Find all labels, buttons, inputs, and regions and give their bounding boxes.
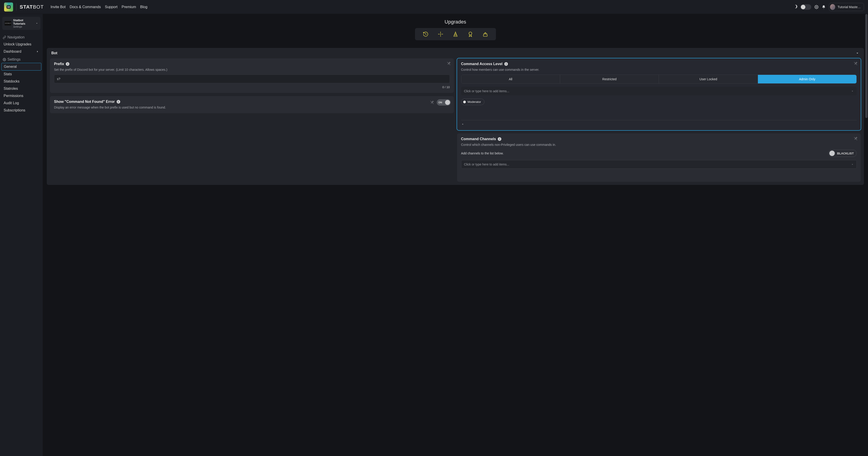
command-access-card: Command Access Level i Control how membe… (457, 58, 861, 130)
main-content: Upgrades Bot (43, 14, 868, 456)
nav-link-docs[interactable]: Docs & Commands (70, 5, 101, 9)
chevron-down-icon (851, 163, 854, 166)
theme-toggle[interactable] (800, 4, 811, 10)
logo-text: STATBOT (20, 4, 43, 10)
info-icon[interactable]: i (504, 62, 508, 66)
avatar-icon (830, 4, 835, 10)
chevron-down-icon (35, 22, 38, 25)
nav-link-invite[interactable]: Invite Bot (51, 5, 66, 9)
moon-icon (794, 5, 797, 9)
access-option-user-locked[interactable]: User Locked (659, 75, 757, 84)
award-icon[interactable] (467, 31, 473, 37)
party-hat-icon[interactable] (453, 31, 458, 37)
vertical-scrollbar[interactable] (865, 13, 868, 456)
logo-separator (16, 3, 17, 11)
svg-point-1 (4, 59, 5, 60)
prefix-title: Prefix (54, 62, 64, 66)
access-title: Command Access Level (461, 62, 502, 66)
channels-mode-toggle[interactable]: BLACKLIST (829, 150, 857, 157)
navigation-header: Navigation (7, 35, 25, 39)
access-desc: Control how members can use commands in … (461, 68, 857, 71)
server-icon: STATBOT (4, 21, 11, 26)
section-navigation: Navigation (0, 33, 43, 41)
access-option-all[interactable]: All (461, 75, 560, 84)
pin-off-icon[interactable] (854, 136, 858, 141)
nav-link-premium[interactable]: Premium (122, 5, 136, 9)
sidebar: STATBOT Statbot Tutorials Settings Navig… (0, 14, 43, 456)
mode-label: BLACKLIST (837, 152, 854, 155)
toggle-label: ON (438, 101, 442, 104)
svg-point-9 (469, 32, 472, 35)
section-settings: Settings (0, 55, 43, 63)
access-roles-combobox[interactable]: Click or type here to add items... (461, 87, 857, 95)
combo-placeholder: Click or type here to add items... (464, 89, 509, 93)
logo-mark-icon (4, 2, 13, 11)
history-icon[interactable] (423, 31, 429, 37)
cmd-not-found-toggle[interactable]: ON (437, 99, 451, 105)
role-color-dot (463, 101, 466, 103)
pin-off-icon[interactable] (430, 100, 434, 104)
nav-links: Invite Bot Docs & Commands Support Premi… (51, 5, 147, 9)
ship-icon[interactable] (483, 31, 488, 37)
user-menu[interactable]: Tutorial Master#… (829, 3, 864, 11)
chevron-down-icon (855, 51, 860, 55)
pin-off-icon[interactable] (854, 61, 858, 66)
nav-link-blog[interactable]: Blog (140, 5, 147, 9)
info-icon[interactable]: i (66, 62, 69, 66)
link-icon (3, 36, 6, 39)
crosshair-icon[interactable] (438, 31, 443, 37)
brand-logo[interactable]: STATBOT (4, 2, 43, 11)
prefix-input[interactable] (54, 74, 450, 83)
sidebar-item-general[interactable]: General (1, 63, 41, 70)
channels-combobox[interactable]: Click or type here to add items... (461, 160, 857, 169)
bot-panel-title: Bot (51, 51, 57, 55)
cmd-not-found-title: Show "Command Not Found" Error (54, 100, 115, 104)
channels-title: Command Channels (461, 137, 496, 141)
cmd-not-found-desc: Display an error message when the bot pr… (54, 105, 450, 109)
server-sub: Settings (13, 25, 34, 28)
role-chip-label: Moderator (468, 100, 481, 103)
svg-point-0 (816, 6, 817, 7)
sidebar-item-permissions[interactable]: Permissions (0, 92, 43, 99)
combo-placeholder: Click or type here to add items... (464, 162, 509, 166)
bell-icon[interactable] (822, 5, 826, 9)
svg-point-6 (440, 34, 440, 34)
sidebar-item-dashboard[interactable]: Dashboard (0, 48, 43, 55)
upgrades-title: Upgrades (47, 19, 864, 25)
server-name: Statbot Tutorials (13, 19, 34, 25)
access-level-segmented: All Restricted User Locked Admin Only (461, 74, 857, 84)
cmd-not-found-card: Show "Command Not Found" Error i ON D (50, 96, 454, 113)
sidebar-item-subscriptions[interactable]: Subscriptions (0, 107, 43, 114)
bot-panel: Bot Prefix i (47, 48, 864, 185)
pin-off-icon[interactable] (447, 61, 451, 66)
info-icon[interactable]: i (498, 137, 501, 141)
access-roles-chips: Moderator (461, 95, 857, 120)
sidebar-item-stats[interactable]: Stats (0, 70, 43, 78)
user-name: Tutorial Master#… (837, 5, 861, 9)
top-navbar: STATBOT Invite Bot Docs & Commands Suppo… (0, 0, 868, 14)
info-icon[interactable]: i (117, 100, 120, 103)
collapse-arrow-icon[interactable] (461, 121, 857, 126)
chevron-right-icon (36, 50, 39, 53)
nav-link-support[interactable]: Support (105, 5, 118, 9)
sidebar-item-statroles[interactable]: Statroles (0, 85, 43, 92)
sidebar-item-unlock-upgrades[interactable]: Unlock Upgrades (0, 41, 43, 48)
server-selector[interactable]: STATBOT Statbot Tutorials Settings (2, 17, 40, 30)
sidebar-item-statdocks[interactable]: Statdocks (0, 78, 43, 85)
prefix-desc: Set the prefix of Discord bot for your s… (54, 68, 450, 71)
upgrade-icons-row (415, 28, 496, 40)
prefix-counter: 0 / 10 (54, 86, 450, 89)
sidebar-item-audit-log[interactable]: Audit Log (0, 99, 43, 107)
chevron-down-icon (851, 90, 854, 92)
prefix-card: Prefix i Set the prefix of Discord bot f… (50, 58, 454, 93)
channels-subline: Add channels to the list below. (461, 151, 504, 155)
role-chip-moderator[interactable]: Moderator (461, 98, 485, 105)
access-option-restricted[interactable]: Restricted (560, 75, 659, 84)
channels-desc: Control which channels non-Privileged us… (461, 143, 857, 147)
command-channels-card: Command Channels i Control which channel… (457, 133, 861, 182)
gear-icon[interactable] (814, 5, 818, 9)
bot-panel-header[interactable]: Bot (47, 48, 864, 58)
gear-icon (3, 58, 6, 61)
access-option-admin-only[interactable]: Admin Only (758, 75, 857, 84)
settings-header: Settings (7, 57, 21, 61)
